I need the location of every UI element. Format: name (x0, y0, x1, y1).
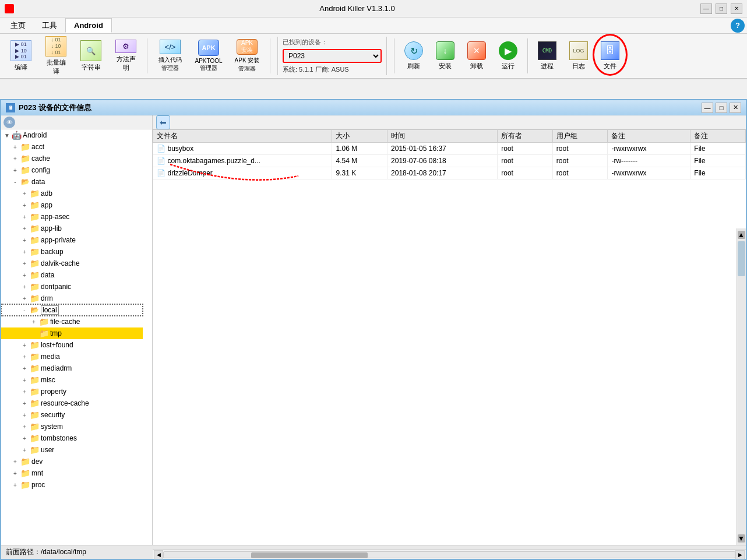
col-type[interactable]: 备注 (690, 130, 746, 143)
col-owner[interactable]: 所有者 (498, 130, 553, 143)
device-info: 系统: 5.1.1 厂商: ASUS (283, 65, 349, 74)
run-button[interactable]: ▶ 运行 (494, 37, 523, 75)
tree-item-config[interactable]: + 📁 config (1, 164, 143, 176)
tree-item-system[interactable]: + 📁 system (1, 421, 143, 432)
folder-icon-mediadrm: 📁 (29, 364, 40, 372)
tree-item-dontpanic[interactable]: + 📁 dontpanic (1, 281, 143, 293)
tree-item-mnt[interactable]: + 📁 mnt (1, 467, 143, 479)
tree-item-resource-cache[interactable]: + 📁 resource-cache (1, 397, 143, 409)
tree-item-lost-found[interactable]: + 📁 lost+found (1, 339, 143, 351)
folder-icon-file-cache: 📁 (38, 318, 49, 326)
folder-icon-dev: 📁 (20, 457, 30, 466)
file-table-wrapper: 文件名 大小 时间 所有者 用户组 备注 备注 📄busybox 1.06 M (153, 129, 746, 545)
tree-item-data[interactable]: - 📂 data (1, 176, 143, 188)
refresh-button[interactable]: ↻ 刷新 (399, 37, 428, 75)
tree-item-security[interactable]: + 📁 security (1, 409, 143, 421)
table-row[interactable]: 📄com.oktabagames.puzzle_d... 4.54 M 2019… (153, 155, 746, 167)
process-button[interactable]: CMD 进程 (533, 37, 562, 75)
tree-item-app-private[interactable]: + 📁 app-private (1, 234, 143, 246)
log-icon: LOG (569, 41, 588, 60)
menu-home[interactable]: 主页 (2, 18, 34, 33)
uninstall-button[interactable]: ✕ 卸载 (462, 37, 491, 75)
batch-label: 批量编译 (47, 58, 66, 76)
tree-item-tombstones[interactable]: + 📁 tombstones (1, 432, 143, 444)
batch-compile-button[interactable]: ↓ 01↓ 10↓ 01 批量编译 (40, 37, 72, 75)
folder-icon-proc: 📁 (20, 481, 30, 489)
h-scroll-thumb[interactable] (251, 552, 368, 558)
file-label: 文件 (604, 62, 616, 71)
tree-item-media[interactable]: + 📁 media (1, 351, 143, 362)
tree-item-adb[interactable]: + 📁 adb (1, 188, 143, 199)
install-button[interactable]: ↓ 安装 (431, 37, 460, 75)
tree-item-drm[interactable]: + 📁 drm (1, 293, 143, 304)
scroll-right-btn[interactable]: ▶ (735, 550, 745, 559)
compile-button[interactable]: ▶ 01▶ 10▶ 01 编译 (5, 37, 37, 75)
eye-icon[interactable]: 👁 (3, 117, 15, 128)
col-size[interactable]: 大小 (332, 130, 387, 143)
help-button[interactable]: ? (731, 19, 745, 33)
table-row[interactable]: 📄drizzleDumper 9.31 K 2018-01-08 20:17 r… (153, 167, 746, 179)
tree-item-property[interactable]: + 📁 property (1, 386, 143, 397)
tree-item-user[interactable]: + 📁 user (1, 444, 143, 456)
tree-item-cache[interactable]: + 📁 cache (1, 153, 143, 164)
file-type: File (690, 143, 746, 155)
folder-icon-tmp: 📁 (38, 329, 49, 337)
app-icon (5, 4, 14, 13)
insert-code-button[interactable]: </> 插入代码管理器 (152, 37, 188, 75)
string-button[interactable]: 🔍 字符串 (75, 37, 107, 75)
file-button[interactable]: 🗄 文件 (596, 37, 625, 75)
main-window: 🖥 P023 设备的文件信息 — □ ✕ 👁 ▼ 🤖 Android (0, 99, 747, 560)
folder-icon-property: 📁 (29, 388, 40, 396)
apk-install-label: APK 安装管理器 (235, 57, 260, 73)
tree-item-misc[interactable]: + 📁 misc (1, 374, 143, 386)
menu-tools[interactable]: 工具 (34, 18, 65, 33)
tree-item-dev[interactable]: + 📁 dev (1, 456, 143, 467)
tree-root[interactable]: ▼ 🤖 Android (1, 129, 143, 141)
tree-item-mediadrm[interactable]: + 📁 mediadrm (1, 362, 143, 374)
device-select[interactable]: P023 (283, 49, 382, 63)
tree-item-proc[interactable]: + 📁 proc (1, 479, 143, 491)
window-minimize-btn[interactable]: — (702, 103, 713, 113)
tree-item-dalvik-cache[interactable]: + 📁 dalvik-cache (1, 258, 143, 269)
apk-install-button[interactable]: APK安装 APK 安装管理器 (229, 37, 265, 75)
tree-item-tmp[interactable]: 📁 tmp (1, 327, 143, 339)
col-perm[interactable]: 备注 (608, 130, 690, 143)
file-time: 2018-01-08 20:17 (387, 167, 498, 179)
tree-item-backup[interactable]: + 📁 backup (1, 246, 143, 258)
tree-container[interactable]: ▼ 🤖 Android + 📁 acct + 📁 cache (1, 129, 152, 545)
log-button[interactable]: LOG 日志 (564, 37, 593, 75)
title-bar: Android Killer V1.3.1.0 — □ ✕ (0, 0, 747, 17)
method-label: 方法声明 (117, 55, 136, 72)
col-filename[interactable]: 文件名 (153, 130, 332, 143)
window-maximize-btn[interactable]: □ (716, 103, 727, 113)
toolbar: ▶ 01▶ 10▶ 01 编译 ↓ 01↓ 10↓ 01 批量编译 🔍 字符串 … (0, 34, 747, 79)
insert-icon: </> (160, 40, 181, 54)
file-type: File (690, 167, 746, 179)
tree-item-acct[interactable]: + 📁 acct (1, 141, 143, 153)
h-scroll-track[interactable] (163, 551, 735, 558)
tree-item-app-lib[interactable]: + 📁 app-lib (1, 223, 143, 234)
file-perm: -rwxrwxrwx (608, 143, 690, 155)
tree-item-app[interactable]: + 📁 app (1, 199, 143, 211)
tree-item-app-asec[interactable]: + 📁 app-asec (1, 211, 143, 223)
minimize-btn[interactable]: — (700, 3, 712, 14)
tree-item-data-sub[interactable]: + 📁 data (1, 269, 143, 281)
method-button[interactable]: ⚙ 方法声明 (110, 37, 142, 75)
tree-item-local[interactable]: - 📂 local (1, 304, 143, 316)
col-group[interactable]: 用户组 (552, 130, 608, 143)
bottom-scrollbar: ◀ ▶ (153, 550, 746, 559)
apktool-button[interactable]: APK APKTOOL管理器 (191, 37, 227, 75)
close-btn[interactable]: ✕ (731, 3, 742, 14)
window-close-btn[interactable]: ✕ (730, 103, 741, 113)
folder-icon-local: 📂 (29, 306, 40, 314)
menu-android[interactable]: Android (65, 18, 112, 33)
scroll-left-btn[interactable]: ◀ (154, 550, 163, 559)
back-button[interactable]: ⬅ (156, 115, 170, 129)
col-time[interactable]: 时间 (387, 130, 498, 143)
file-toolbar: ⬅ (153, 115, 746, 129)
table-row[interactable]: 📄busybox 1.06 M 2015-01-05 16:37 root ro… (153, 143, 746, 155)
tree-item-file-cache[interactable]: + 📁 file-cache (1, 316, 143, 327)
maximize-btn[interactable]: □ (716, 3, 727, 14)
file-size: 9.31 K (332, 167, 387, 179)
folder-icon-tombstones: 📁 (29, 434, 40, 442)
